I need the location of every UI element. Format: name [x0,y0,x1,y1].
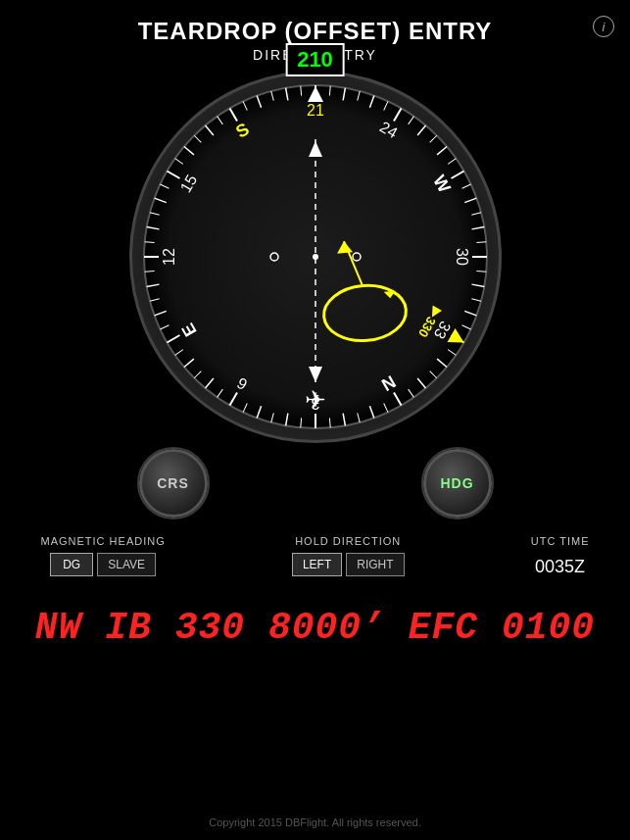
hold-direction-group: HOLD DIRECTION LEFT RIGHT [292,535,405,576]
right-button[interactable]: RIGHT [346,553,404,576]
utc-time-group: UTC TIME 0035Z [531,535,590,577]
info-button[interactable]: i [593,16,614,37]
compass-dial: N 3 6 E 12 15 S [129,71,502,443]
svg-text:21: 21 [307,102,324,119]
utc-time-label: UTC TIME [531,535,590,547]
svg-text:30: 30 [453,248,469,266]
slave-button[interactable]: SLAVE [97,553,156,576]
info-row: MAGNETIC HEADING DG SLAVE HOLD DIRECTION… [31,535,600,577]
magnetic-heading-group: MAGNETIC HEADING DG SLAVE [41,535,166,576]
magnetic-heading-label: MAGNETIC HEADING [41,535,166,547]
page-title: TEARDROP (OFFSET) ENTRY [0,18,630,45]
info-icon: i [603,20,606,34]
course-box: 210 [285,43,345,76]
crs-knob[interactable]: CRS [139,449,208,518]
hdg-knob[interactable]: HDG [423,449,492,518]
hsi-instrument: 210 /* skip - using static SVG below */ [129,71,502,443]
instruction-text: NW IB 330 8000’ EFC 0100 [0,607,630,649]
hold-direction-buttons: LEFT RIGHT [292,553,405,576]
utc-time-value: 0035Z [535,557,585,577]
knobs-row: CRS HDG [129,449,502,518]
svg-text:✈: ✈ [305,385,326,415]
hold-direction-label: HOLD DIRECTION [295,535,401,547]
dg-button[interactable]: DG [50,553,93,576]
copyright-text: Copyright 2015 DBFlight. All rights rese… [0,816,630,828]
left-button[interactable]: LEFT [292,553,342,576]
course-value: 210 [297,47,333,72]
magnetic-heading-buttons: DG SLAVE [50,553,156,576]
svg-text:12: 12 [161,248,177,266]
